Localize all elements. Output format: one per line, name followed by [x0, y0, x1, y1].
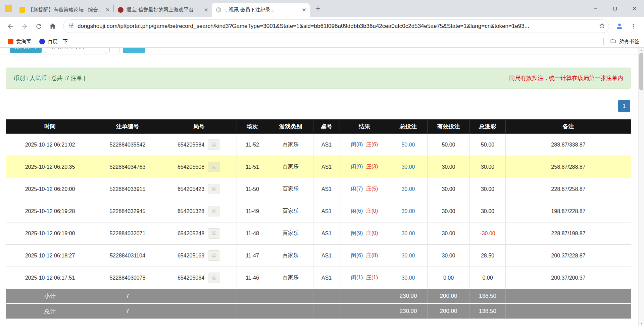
forward-button[interactable]: [17, 19, 32, 33]
empty-cell: [161, 289, 237, 304]
bet-id-cell: 522884033915: [94, 178, 161, 200]
back-button[interactable]: [3, 19, 17, 33]
round-cell: 654205328: [161, 200, 237, 222]
browser-toolbar: dongshouji.com/ipl/portal.php/game/betre…: [0, 17, 644, 36]
bookmark-label: 百度一下: [48, 38, 68, 45]
empty-cell: [506, 289, 631, 304]
tab-bet-records[interactable]: :::视讯 会员下注纪录:::: [212, 3, 310, 17]
game-type-cell: 百家乐: [268, 134, 313, 156]
sort-select[interactable]: 时间(由大到小): [45, 48, 106, 53]
round-result-image-button[interactable]: [208, 206, 220, 216]
tab-title: 通宝-信誉最好的网上游戏平台: [127, 7, 200, 13]
url-text[interactable]: dongshouji.com/ipl/portal.php/game/betre…: [78, 23, 595, 30]
empty-cell: [237, 304, 268, 319]
home-button[interactable]: [46, 19, 60, 33]
pagination: 1: [0, 100, 630, 112]
payout-cell: 28.50: [470, 245, 506, 267]
column-header-time: 时间: [6, 120, 94, 134]
subtotal-row: 小计 7 230.00 200.00 138.50: [6, 289, 631, 304]
result-banker: 庄(3): [366, 164, 378, 169]
result-cell: 闲(6) 庄(0): [340, 200, 389, 222]
valid-bet-cell: 30.00: [428, 178, 470, 200]
tab-forum[interactable]: 【新提醒】海燕策略论坛 - 综合...: [15, 3, 113, 17]
result-banker: 庄(1): [366, 275, 378, 280]
table-no-cell: AS1: [313, 200, 340, 222]
note-cell: 258.87/288.87: [506, 156, 631, 178]
window-maximize-button[interactable]: [605, 0, 625, 17]
total-bet-cell[interactable]: 30.00: [389, 156, 428, 178]
tab-tongbao[interactable]: 通宝-信誉最好的网上游戏平台: [114, 3, 212, 17]
kebab-menu-icon[interactable]: [627, 19, 641, 33]
search-button[interactable]: [123, 48, 145, 53]
empty-cell: [506, 304, 631, 319]
column-header-payout: 总派彩: [470, 120, 506, 134]
scrollbar-thumb[interactable]: [639, 53, 643, 90]
page-button-1[interactable]: 1: [618, 100, 630, 112]
tab-close-icon[interactable]: [104, 7, 111, 13]
result-cell: 闲(7) 庄(5): [340, 178, 389, 200]
subtotal-valid-bet: 200.00: [428, 289, 470, 304]
table-no-cell: AS1: [313, 267, 340, 289]
page-scrollbar[interactable]: ▲ ▼: [638, 48, 644, 326]
bookmark-star-icon[interactable]: [599, 22, 605, 30]
tab-close-icon[interactable]: [203, 7, 209, 13]
empty-cell: [161, 304, 237, 319]
table-no-cell: AS1: [313, 178, 340, 200]
sort-select-arrow[interactable]: [109, 48, 119, 53]
result-cell: 闲(9) 庄(0): [340, 222, 389, 245]
tab-title: 【新提醒】海燕策略论坛 - 综合...: [28, 7, 101, 13]
bet-id-cell: 522884032945: [94, 200, 161, 222]
column-header-session: 场次: [237, 120, 268, 134]
session-cell: 11-48: [237, 222, 268, 245]
tab-close-icon[interactable]: [301, 7, 307, 13]
time-cell: 2025-10-12 06:19:00: [6, 222, 94, 245]
time-cell: 2025-10-12 06:20:00: [6, 178, 94, 200]
site-settings-icon[interactable]: [68, 23, 74, 30]
column-header-game-type: 游戏类别: [268, 120, 313, 134]
window-minimize-button[interactable]: [586, 0, 605, 17]
empty-cell: [268, 289, 313, 304]
payout-cell: -30.00: [470, 222, 506, 245]
empty-cell: [313, 289, 340, 304]
total-bet-cell[interactable]: 30.00: [389, 245, 428, 267]
page-content: 排列方式: 时间(由大到小) 币别 : 人民币 | 总共 :7 注单 | 同局有…: [0, 48, 638, 326]
total-bet-cell[interactable]: 30.00: [389, 200, 428, 222]
round-number: 654205328: [178, 208, 204, 214]
total-bet-cell[interactable]: 30.00: [389, 267, 428, 289]
valid-bet-cell: 30.00: [428, 245, 470, 267]
refresh-button[interactable]: [32, 19, 46, 33]
tab-strip: 【新提醒】海燕策略论坛 - 综合... 通宝-信誉最好的网上游戏平台 :::视讯…: [0, 0, 644, 17]
column-header-bet-id: 注单编号: [94, 120, 161, 134]
valid-bet-cell: 30.00: [428, 156, 470, 178]
all-bookmarks-button[interactable]: 所有书签: [603, 38, 639, 45]
column-header-valid-bet: 有效投注: [428, 120, 470, 134]
summary-warning: 同局有效投注，统一计算在该局第一张注单内: [509, 74, 623, 82]
time-cell: 2025-10-12 06:19:28: [6, 200, 94, 222]
address-bar[interactable]: dongshouji.com/ipl/portal.php/game/betre…: [63, 19, 609, 33]
total-valid-bet: 200.00: [428, 304, 470, 319]
round-result-image-button[interactable]: [208, 250, 220, 261]
scroll-up-icon[interactable]: ▲: [639, 48, 644, 53]
total-row: 总计 7 230.00 200.00 138.50: [6, 304, 631, 319]
result-player: 闲(8): [351, 141, 363, 147]
bookmark-item-aitaobao[interactable]: 爱淘宝: [5, 37, 34, 46]
game-type-cell: 百家乐: [268, 156, 313, 178]
round-result-image-button[interactable]: [208, 273, 220, 283]
total-bet-cell[interactable]: 30.00: [389, 178, 428, 200]
new-tab-button[interactable]: [312, 3, 323, 14]
round-result-image-button[interactable]: [208, 139, 220, 150]
round-result-image-button[interactable]: [208, 162, 220, 172]
round-result-image-button[interactable]: [208, 228, 220, 239]
round-result-image-button[interactable]: [208, 184, 220, 194]
total-bet-cell[interactable]: 50.00: [389, 134, 428, 156]
window-close-button[interactable]: [625, 0, 644, 17]
bookmark-item-baidu[interactable]: 百度一下: [36, 37, 71, 46]
table-header-row: 时间 注单编号 局号 场次 游戏类别 桌号 结果 总投注 有效投注 总派彩 备注: [6, 120, 631, 134]
round-cell: 654205584: [161, 134, 237, 156]
scroll-down-icon[interactable]: ▼: [639, 321, 644, 326]
profile-avatar[interactable]: [612, 19, 627, 33]
total-total-bet: 230.00: [389, 304, 428, 319]
valid-bet-cell: 30.00: [428, 200, 470, 222]
total-bet-cell[interactable]: 30.00: [389, 222, 428, 245]
browser-logo-icon: [5, 5, 12, 12]
